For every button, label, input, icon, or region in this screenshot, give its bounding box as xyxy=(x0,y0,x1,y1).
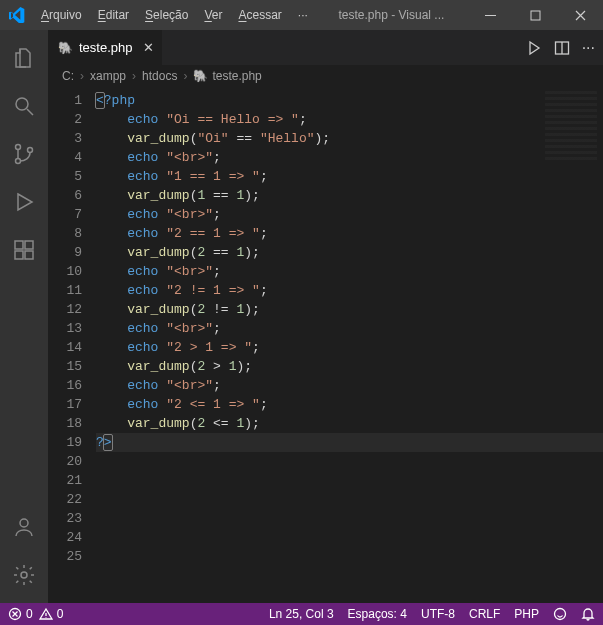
svg-point-14 xyxy=(555,609,566,620)
activity-debug-icon[interactable] xyxy=(0,180,48,224)
tab-label: teste.php xyxy=(79,40,133,55)
status-indent[interactable]: Espaços: 4 xyxy=(348,607,407,621)
line-number-gutter: 1234567891011121314151617181920212223242… xyxy=(48,87,96,603)
tab-teste-php[interactable]: 🐘 teste.php ✕ xyxy=(48,30,163,65)
breadcrumb-seg[interactable]: teste.php xyxy=(212,69,261,83)
status-encoding[interactable]: UTF-8 xyxy=(421,607,455,621)
svg-rect-7 xyxy=(15,251,23,259)
menu-overflow[interactable]: ··· xyxy=(291,4,315,26)
chevron-right-icon: › xyxy=(132,69,136,83)
activity-bar xyxy=(0,30,48,603)
activity-search-icon[interactable] xyxy=(0,84,48,128)
svg-rect-0 xyxy=(485,15,496,16)
svg-point-4 xyxy=(16,159,21,164)
window-close-button[interactable] xyxy=(558,0,603,30)
svg-point-3 xyxy=(16,145,21,150)
menu-view[interactable]: Ver xyxy=(197,4,229,26)
menu-file-label: Arquivorquivo xyxy=(49,8,82,22)
editor-area: 🐘 teste.php ✕ ··· C:› xampp› htdocs› 🐘 t… xyxy=(48,30,603,603)
status-feedback-icon[interactable] xyxy=(553,607,567,621)
vscode-logo-icon xyxy=(0,7,34,23)
tabs-row: 🐘 teste.php ✕ ··· xyxy=(48,30,603,65)
minimap[interactable] xyxy=(545,91,597,163)
status-errors[interactable]: 0 xyxy=(8,607,33,621)
code-content[interactable]: <?php echo "Oi == Hello => "; var_dump("… xyxy=(96,87,603,603)
chevron-right-icon: › xyxy=(80,69,84,83)
svg-rect-8 xyxy=(25,251,33,259)
status-notifications-icon[interactable] xyxy=(581,607,595,621)
breadcrumb-seg[interactable]: xampp xyxy=(90,69,126,83)
status-eol[interactable]: CRLF xyxy=(469,607,500,621)
activity-settings-icon[interactable] xyxy=(0,553,48,597)
svg-point-2 xyxy=(16,98,28,110)
activity-source-control-icon[interactable] xyxy=(0,132,48,176)
editor-more-icon[interactable]: ··· xyxy=(582,39,595,57)
window-minimize-button[interactable] xyxy=(468,0,513,30)
split-editor-icon[interactable] xyxy=(554,40,570,56)
menu-go[interactable]: Acessar xyxy=(231,4,288,26)
window-maximize-button[interactable] xyxy=(513,0,558,30)
svg-point-5 xyxy=(28,148,33,153)
php-file-icon: 🐘 xyxy=(58,41,73,55)
chevron-right-icon: › xyxy=(183,69,187,83)
menu-file[interactable]: AArquivorquivo xyxy=(34,4,89,26)
status-warnings[interactable]: 0 xyxy=(39,607,64,621)
svg-rect-6 xyxy=(15,241,23,249)
title-bar: AArquivorquivo Editar Seleção Ver Acessa… xyxy=(0,0,603,30)
activity-explorer-icon[interactable] xyxy=(0,36,48,80)
status-language[interactable]: PHP xyxy=(514,607,539,621)
breadcrumb[interactable]: C:› xampp› htdocs› 🐘 teste.php xyxy=(48,65,603,87)
status-ln-col[interactable]: Ln 25, Col 3 xyxy=(269,607,334,621)
status-bar: 0 0 Ln 25, Col 3 Espaços: 4 UTF-8 CRLF P… xyxy=(0,603,603,625)
svg-point-11 xyxy=(21,572,27,578)
php-file-icon: 🐘 xyxy=(193,69,208,83)
activity-account-icon[interactable] xyxy=(0,505,48,549)
breadcrumb-seg[interactable]: C: xyxy=(62,69,74,83)
svg-rect-1 xyxy=(531,11,540,20)
menu-select[interactable]: Seleção xyxy=(138,4,195,26)
breadcrumb-seg[interactable]: htdocs xyxy=(142,69,177,83)
svg-rect-9 xyxy=(25,241,33,249)
activity-extensions-icon[interactable] xyxy=(0,228,48,272)
run-icon[interactable] xyxy=(526,40,542,56)
code-editor[interactable]: 1234567891011121314151617181920212223242… xyxy=(48,87,603,603)
menu-edit[interactable]: Editar xyxy=(91,4,136,26)
window-title: teste.php - Visual ... xyxy=(315,8,468,22)
svg-point-10 xyxy=(20,519,28,527)
tab-close-icon[interactable]: ✕ xyxy=(143,40,154,55)
